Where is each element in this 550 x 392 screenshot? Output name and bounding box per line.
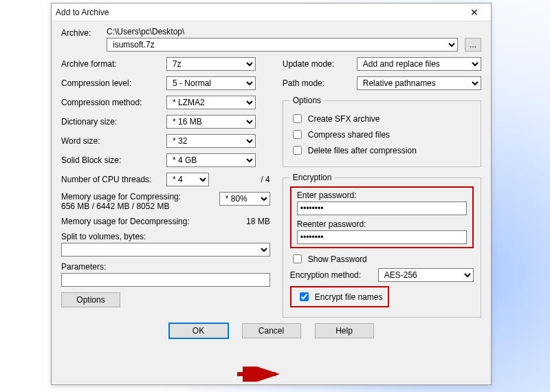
update-mode-label: Update mode:: [283, 59, 351, 69]
options-button[interactable]: Options: [61, 292, 120, 307]
encryption-legend: Encryption: [290, 173, 335, 182]
dictionary-size-select[interactable]: * 16 MB: [166, 115, 256, 129]
cpu-threads-max: / 4: [261, 175, 270, 184]
password-highlight: Enter password: Reenter password:: [290, 186, 474, 248]
solid-block-size-select[interactable]: * 4 GB: [166, 153, 256, 167]
show-password-label: Show Password: [308, 254, 367, 264]
reenter-password-input[interactable]: [297, 230, 467, 244]
mem-compress-detail: 656 MB / 6442 MB / 8052 MB: [61, 202, 199, 211]
mem-decompress-value: 18 MB: [246, 217, 270, 226]
update-mode-select[interactable]: Add and replace files: [357, 57, 481, 71]
delete-after-label: Delete files after compression: [308, 146, 417, 155]
add-to-archive-dialog: Add to Archive ✕ Archive: C:\Users\pc\De…: [51, 3, 492, 385]
window-title: Add to Archive: [56, 8, 462, 17]
enter-password-label: Enter password:: [297, 190, 467, 200]
word-size-select[interactable]: * 32: [166, 134, 256, 148]
archive-format-label: Archive format:: [61, 59, 161, 69]
parameters-input[interactable]: [61, 273, 270, 287]
archive-label: Archive:: [61, 27, 100, 38]
browse-button[interactable]: ...: [465, 38, 481, 52]
archive-path: C:\Users\pc\Desktop\: [107, 27, 458, 36]
compress-shared-checkbox[interactable]: [293, 130, 302, 139]
solid-block-size-label: Solid Block size:: [61, 155, 161, 165]
archive-format-select[interactable]: 7z: [166, 57, 256, 71]
path-mode-select[interactable]: Relative pathnames: [357, 76, 481, 90]
parameters-label: Parameters:: [61, 262, 270, 272]
encryption-method-label: Encryption method:: [290, 270, 373, 280]
ok-button[interactable]: OK: [169, 323, 228, 338]
compress-shared-label: Compress shared files: [308, 130, 390, 140]
create-sfx-label: Create SFX archive: [308, 114, 380, 124]
encrypt-names-label: Encrypt file names: [315, 292, 383, 302]
path-mode-label: Path mode:: [283, 78, 351, 88]
arrow-icon: [236, 367, 284, 382]
encrypt-names-checkbox[interactable]: [300, 292, 309, 301]
encrypt-names-highlight: Encrypt file names: [290, 286, 390, 307]
close-icon[interactable]: ✕: [462, 7, 487, 18]
options-legend: Options: [290, 96, 324, 105]
create-sfx-checkbox[interactable]: [293, 114, 302, 123]
encryption-method-select[interactable]: AES-256: [378, 268, 474, 282]
archive-row: Archive: C:\Users\pc\Desktop\ isumsoft.7…: [61, 27, 481, 52]
options-fieldset: Options Create SFX archive Compress shar…: [283, 96, 481, 167]
cpu-threads-label: Number of CPU threads:: [61, 175, 161, 184]
show-password-checkbox[interactable]: [293, 254, 302, 263]
cancel-button[interactable]: Cancel: [242, 323, 301, 338]
left-column: Archive format: 7z Compression level: 5 …: [61, 57, 270, 318]
cpu-threads-select[interactable]: * 4: [166, 173, 209, 186]
right-column: Update mode: Add and replace files Path …: [283, 57, 481, 318]
help-button[interactable]: Help: [315, 323, 374, 338]
delete-after-checkbox[interactable]: [293, 146, 302, 155]
split-volumes-label: Split to volumes, bytes:: [61, 232, 270, 241]
mem-compress-label: Memory usage for Compressing:: [61, 192, 199, 202]
encryption-fieldset: Encryption Enter password: Reenter passw…: [283, 173, 481, 318]
enter-password-input[interactable]: [297, 202, 467, 215]
mem-compress-select[interactable]: * 80%: [219, 192, 270, 206]
button-bar: OK Cancel Help: [61, 318, 481, 340]
split-volumes-select[interactable]: [61, 243, 270, 257]
compression-method-select[interactable]: * LZMA2: [166, 96, 256, 109]
compression-level-select[interactable]: 5 - Normal: [166, 76, 256, 90]
reenter-password-label: Reenter password:: [297, 219, 467, 229]
archive-name-select[interactable]: isumsoft.7z: [107, 38, 458, 52]
dictionary-size-label: Dictionary size:: [61, 117, 161, 127]
titlebar: Add to Archive ✕: [52, 3, 491, 21]
compression-level-label: Compression level:: [61, 78, 161, 88]
word-size-label: Word size:: [61, 136, 161, 146]
mem-decompress-label: Memory usage for Decompressing:: [61, 217, 246, 226]
compression-method-label: Compression method:: [61, 98, 161, 107]
